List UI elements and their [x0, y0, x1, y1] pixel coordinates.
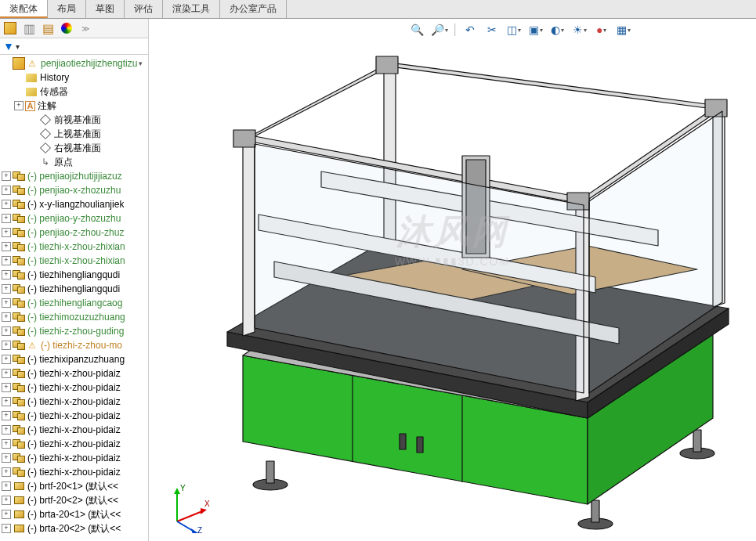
tree-item[interactable]: +(-) penjiaojizhutijijiazuz	[0, 169, 148, 183]
tree-label: 上视基准面	[54, 128, 101, 141]
expander-icon[interactable]: +	[2, 481, 11, 491]
expander-icon[interactable]: +	[2, 510, 11, 519]
expander-icon[interactable]: +	[2, 439, 11, 449]
expander-icon[interactable]: +	[2, 186, 11, 195]
tree-item[interactable]: +⚠(-) tiezhi-z-zhou-mo	[0, 338, 148, 352]
svg-marker-18	[174, 488, 180, 494]
assembly-tree-icon[interactable]	[2, 20, 19, 36]
tree-item[interactable]: +A注解	[0, 99, 148, 113]
subassembly-icon	[13, 341, 25, 350]
tree-item[interactable]: +(-) brta-20<1> (默认<<	[0, 507, 148, 521]
subassembly-icon	[13, 270, 25, 280]
expander-icon[interactable]: +	[2, 284, 11, 294]
model-canvas[interactable]	[149, 19, 756, 541]
tree-item[interactable]: +(-) tiezhi-x-zhou-zhixian	[0, 240, 148, 254]
part-icon	[14, 482, 24, 490]
tree-label: (-) brtf-20<1> (默认<<	[27, 480, 118, 493]
expander-icon[interactable]: +	[2, 397, 11, 406]
tree-item[interactable]: +(-) tiezhihengliangqudi	[0, 268, 148, 282]
expander-icon[interactable]: +	[2, 270, 11, 280]
expander-icon[interactable]: +	[2, 425, 11, 435]
expander-icon[interactable]: +	[2, 453, 11, 463]
expander-icon[interactable]: +	[2, 369, 11, 378]
tab-1[interactable]: 布局	[48, 0, 86, 18]
tab-5[interactable]: 办公室产品	[220, 0, 287, 18]
tree-item[interactable]: +(-) tiezhi-x-zhou-pidaiz	[0, 423, 148, 437]
tree-label: (-) tiezhi-x-zhou-pidaiz	[27, 410, 121, 421]
tree-root[interactable]: ⚠penjiaotiezhijizhengtizu▾	[0, 56, 148, 70]
property-manager-icon[interactable]: ▥	[20, 20, 38, 36]
tree-item[interactable]: +(-) x-y-liangzhoulianjiek	[0, 197, 148, 211]
expander-icon[interactable]: +	[2, 256, 11, 265]
subassembly-icon	[13, 214, 25, 223]
tree-item[interactable]: +(-) tiezhi-x-zhou-pidaiz	[0, 381, 148, 395]
tree-item[interactable]: 前视基准面	[0, 113, 148, 127]
tree-item[interactable]: +(-) brtf-20<1> (默认<<	[0, 479, 148, 493]
tree-item[interactable]: +(-) tiezhi-x-zhou-pidaiz	[0, 437, 148, 451]
expander-icon[interactable]: +	[2, 298, 11, 308]
expander-icon[interactable]: +	[2, 524, 11, 533]
subassembly-icon	[13, 312, 25, 322]
expander-icon[interactable]: +	[2, 171, 11, 181]
config-manager-icon[interactable]: ▤	[39, 20, 56, 36]
sidebar-toolbar: ▥ ▤ ≫	[0, 19, 148, 38]
expander-icon[interactable]: +	[2, 496, 11, 505]
tree-filter[interactable]: ▼ ▾	[0, 38, 148, 55]
tree-item[interactable]: 传感器	[0, 85, 148, 99]
expander-icon[interactable]: +	[2, 312, 11, 322]
svg-text:Z: Z	[197, 526, 202, 533]
tree-item[interactable]: 上视基准面	[0, 127, 148, 141]
tree-item[interactable]: +(-) tiezhihengliangcaog	[0, 296, 148, 310]
expander-icon[interactable]: +	[2, 242, 11, 251]
tree-item[interactable]: +(-) tiezhi-x-zhou-zhixian	[0, 254, 148, 268]
tree-label: (-) tiezhi-z-zhou-mo	[41, 340, 122, 351]
orientation-triad[interactable]: Y X Z	[161, 478, 216, 533]
graphics-viewport[interactable]: 🔍🔎↶✂◫▣◐☀●▦	[149, 19, 756, 541]
tab-4[interactable]: 渲染工具	[163, 0, 220, 18]
expander-icon[interactable]: +	[2, 214, 11, 223]
tree-label: (-) brta-20<1> (默认<<	[27, 508, 121, 521]
expander-icon[interactable]: +	[2, 326, 11, 336]
tree-item[interactable]: +(-) tiezhi-x-zhou-pidaiz	[0, 409, 148, 423]
svg-marker-20	[201, 508, 207, 514]
tree-item[interactable]: +(-) penjiao-y-zhozuzhu	[0, 211, 148, 225]
tree-item[interactable]: ↳原点	[0, 155, 148, 169]
subassembly-icon	[13, 383, 25, 392]
sidebar-overflow-icon[interactable]: ≫	[77, 20, 94, 36]
tree-item[interactable]: +(-) tiezhi-x-zhou-pidaiz	[0, 465, 148, 479]
tree-item[interactable]: +(-) penjiao-x-zhozuzhu	[0, 183, 148, 197]
tree-item[interactable]: +(-) brtf-20<2> (默认<<	[0, 493, 148, 507]
tree-item[interactable]: +(-) tiezhi-x-zhou-pidaiz	[0, 451, 148, 465]
subassembly-icon	[13, 369, 25, 378]
tree-item[interactable]: +(-) tiezhimozuzuzhuang	[0, 310, 148, 324]
expander-icon[interactable]: +	[2, 341, 11, 350]
subassembly-icon	[13, 411, 25, 420]
tree-item[interactable]: History	[0, 70, 148, 85]
tree-item[interactable]: +(-) penjiao-z-zhou-zhuz	[0, 225, 148, 240]
tree-item[interactable]: +(-) tiezhihengliangqudi	[0, 282, 148, 296]
expander-icon[interactable]: +	[2, 228, 11, 237]
tab-3[interactable]: 评估	[125, 0, 163, 18]
tree-item[interactable]: +(-) tiezhi-x-zhou-pidaiz	[0, 366, 148, 381]
tree-item[interactable]: +(-) tiezhi-z-zhou-guding	[0, 324, 148, 338]
tree-item[interactable]: +(-) tiezhi-x-zhou-pidaiz	[0, 395, 148, 409]
tree-label: (-) tiezhi-x-zhou-pidaiz	[27, 438, 121, 449]
display-manager-icon[interactable]	[58, 20, 75, 36]
tab-0[interactable]: 装配体	[0, 0, 48, 18]
tree-label: (-) tiezhixipanzuzhuang	[27, 354, 125, 365]
expander-icon[interactable]: +	[2, 411, 11, 420]
svg-text:X: X	[204, 500, 210, 508]
expander-icon[interactable]: +	[14, 101, 24, 110]
expander-icon[interactable]: +	[2, 355, 11, 364]
tree-label: (-) penjiao-x-zhozuzhu	[27, 185, 121, 196]
svg-line-19	[177, 511, 202, 521]
tab-2[interactable]: 草图	[86, 0, 125, 18]
expander-icon[interactable]: +	[2, 200, 11, 209]
svg-rect-1	[266, 461, 274, 483]
expander-icon[interactable]: +	[2, 383, 11, 392]
tree-label: (-) brta-20<2> (默认<<	[27, 522, 121, 536]
tree-item[interactable]: 右视基准面	[0, 141, 148, 155]
tree-item[interactable]: +(-) brta-20<2> (默认<<	[0, 521, 148, 536]
tree-item[interactable]: +(-) tiezhixipanzuzhuang	[0, 352, 148, 366]
expander-icon[interactable]: +	[2, 467, 11, 477]
